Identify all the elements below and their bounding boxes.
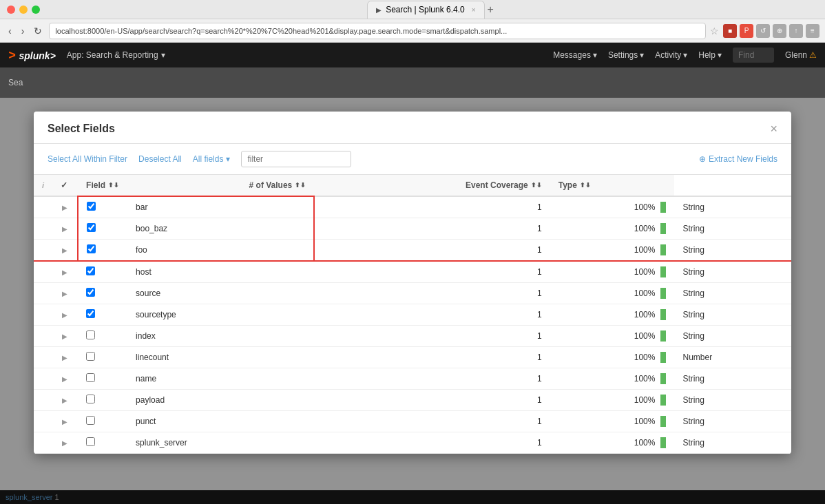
find-input[interactable] [733,48,774,63]
fields-table-body: ▶bar1100%String▶boo_baz1100%String▶foo11… [34,196,791,454]
field-checkbox[interactable] [87,244,96,253]
expand-row-button[interactable]: ▶ [61,418,69,426]
table-row: ▶host1100%String [34,261,791,283]
field-checkbox[interactable] [86,437,95,446]
browser-tab[interactable]: ▶ Search | Splunk 6.4.0 × [367,1,484,19]
field-checkbox[interactable] [86,266,95,275]
tab-close-button[interactable]: × [472,6,476,14]
field-checkbox[interactable] [87,223,96,232]
field-checkbox[interactable] [86,309,95,318]
field-checkbox[interactable] [86,416,95,425]
expand-row-button[interactable]: ▶ [61,269,69,276]
expand-row-button[interactable]: ▶ [61,290,69,297]
nav-messages[interactable]: Messages ▾ [553,50,597,60]
coverage-bar-icon [660,330,666,342]
address-bar: ‹ › ↻ localhost:8000/en-US/app/search/se… [0,19,825,43]
expand-row-button[interactable]: ▶ [61,204,69,211]
nav-app-label[interactable]: App: Search & Reporting ▾ [67,50,165,60]
help-chevron-icon: ▾ [718,50,722,60]
deselect-all-link[interactable]: Deselect All [138,154,182,164]
field-name: host [127,261,314,283]
expand-row-button[interactable]: ▶ [61,333,69,340]
toolbar-icon-2[interactable]: P [740,24,753,38]
expand-row-button[interactable]: ▶ [61,225,69,233]
extract-new-fields-link[interactable]: ⊕ Extract New Fields [699,154,777,164]
th-num-values[interactable]: # of Values ⬆⬇ [127,175,314,196]
field-type: String [674,240,791,262]
field-checkbox[interactable] [86,373,95,382]
bookmark-icon[interactable]: ☆ [710,25,719,36]
close-traffic-light[interactable] [7,6,15,14]
num-values-sort-icon: ⬆⬇ [295,182,306,189]
table-header-row: i ✓ Field ⬆⬇ # of Values [34,175,791,196]
field-num-values: 1 [314,390,550,411]
nav-activity[interactable]: Activity ▾ [655,50,687,60]
activity-chevron-icon: ▾ [683,50,687,60]
forward-button[interactable]: › [19,24,28,38]
field-info [34,347,52,368]
field-coverage: 100% [550,304,675,326]
expand-row-button[interactable]: ▶ [61,375,69,383]
field-name: punct [127,411,314,432]
expand-row-button[interactable]: ▶ [61,246,69,254]
user-warning-icon: ⚠ [809,50,817,60]
select-fields-modal: Select Fields × Select All Within Filter… [34,112,791,454]
field-num-values: 1 [314,196,550,218]
field-info [34,304,52,326]
expand-row-button[interactable]: ▶ [61,397,69,404]
field-coverage: 100% [550,283,675,304]
maximize-traffic-light[interactable] [32,6,40,14]
field-checkbox[interactable] [86,352,95,361]
modal-overlay: Select Fields × Select All Within Filter… [0,98,825,504]
expand-row-button[interactable]: ▶ [61,439,69,447]
all-fields-dropdown[interactable]: All fields ▾ [193,154,231,164]
app-chevron-icon: ▾ [161,50,165,60]
th-field[interactable]: Field ⬆⬇ [78,175,127,196]
field-name: source [127,283,314,304]
search-label: Sea [8,78,23,87]
table-row: ▶name1100%String [34,368,791,390]
minimize-traffic-light[interactable] [19,6,28,14]
toolbar-icon-6[interactable]: ≡ [806,24,819,38]
nav-help[interactable]: Help ▾ [698,50,722,60]
expand-row-button[interactable]: ▶ [61,311,69,319]
table-row: ▶punct1100%String [34,411,791,432]
field-num-values: 1 [314,304,550,326]
url-bar[interactable]: localhost:8000/en-US/app/search/search?q… [49,23,706,39]
toolbar-icon-4[interactable]: ⊕ [773,24,786,38]
field-info [34,368,52,390]
toolbar-icon-1[interactable]: ■ [723,24,737,38]
table-row: ▶boo_baz1100%String [34,218,791,240]
type-sort-icon: ⬆⬇ [580,182,591,189]
field-name: splunk_server [127,432,314,454]
filter-input[interactable] [241,151,351,167]
field-checkbox[interactable] [86,395,95,403]
th-event-coverage[interactable]: Event Coverage ⬆⬇ [314,175,550,196]
refresh-button[interactable]: ↻ [31,24,45,38]
field-coverage: 100% [550,368,675,390]
field-checkbox[interactable] [86,288,95,297]
th-type[interactable]: Type ⬆⬇ [550,175,675,196]
toolbar-icon-5[interactable]: ↑ [789,24,803,38]
field-coverage: 100% [550,411,675,432]
select-all-within-filter-link[interactable]: Select All Within Filter [48,154,127,164]
new-tab-button[interactable]: + [485,1,497,19]
field-info [34,326,52,347]
field-coverage: 100% [550,196,675,218]
field-info [34,240,52,262]
back-button[interactable]: ‹ [6,24,14,38]
toolbar-icon-3[interactable]: ↺ [756,24,770,38]
field-checkbox[interactable] [87,202,96,211]
expand-row-button[interactable]: ▶ [61,354,69,361]
fields-table-wrapper[interactable]: i ✓ Field ⬆⬇ # of Values [34,175,791,454]
field-type: String [674,411,791,432]
field-coverage: 100% [550,347,675,368]
coverage-bar-icon [660,288,666,299]
user-menu[interactable]: Glenn ⚠ [785,50,817,60]
url-text: localhost:8000/en-US/app/search/search?q… [55,27,507,35]
modal-close-button[interactable]: × [770,123,777,135]
nav-settings[interactable]: Settings ▾ [608,50,644,60]
coverage-bar-icon [660,373,666,384]
field-checkbox[interactable] [86,330,95,339]
table-row: ▶linecount1100%Number [34,347,791,368]
